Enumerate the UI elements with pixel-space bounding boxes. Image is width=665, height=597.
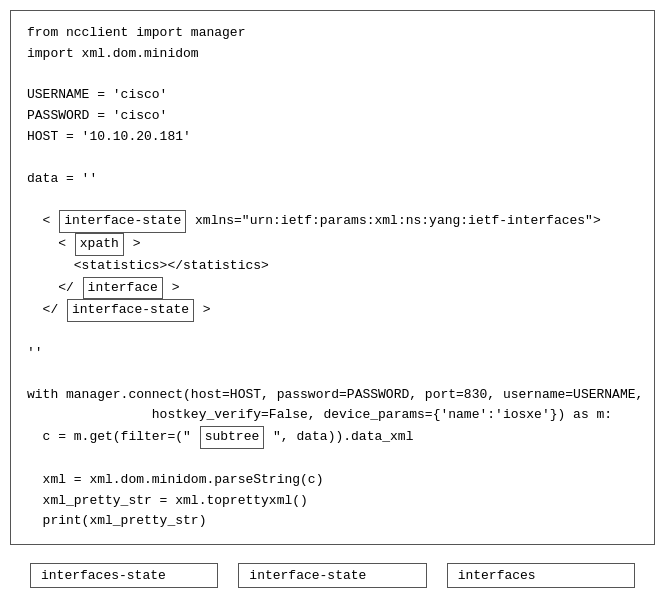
code-blank-6 [27, 449, 638, 470]
tag-grid: interfaces-state interface-state interfa… [10, 563, 655, 597]
xpath-tag: xpath [75, 233, 124, 256]
code-blank-3 [27, 189, 638, 210]
connect-line-2: hostkey_verify=False, device_params={'na… [27, 405, 638, 426]
tag-interface-state[interactable]: interface-state [238, 563, 426, 588]
mget-line: c = m.get(filter=(" subtree ", data)).da… [27, 426, 638, 449]
parse-line-2: xml_pretty_str = xml.toprettyxml() [27, 491, 638, 512]
interface-state-tag-open: interface-state [59, 210, 186, 233]
code-line-8: data = '' [27, 169, 638, 190]
connect-line-1: with manager.connect(host=HOST, password… [27, 385, 638, 406]
code-blank-5 [27, 364, 638, 385]
code-line-6: HOST = '10.10.20.181' [27, 127, 638, 148]
xml-close-interface-line: </ interface > [27, 277, 638, 300]
code-block: from ncclient import manager import xml.… [10, 10, 655, 545]
subtree-tag: subtree [200, 426, 265, 449]
xml-open-line: < interface-state xmlns="urn:ietf:params… [27, 210, 638, 233]
code-blank-4 [27, 322, 638, 343]
code-line-5: PASSWORD = 'cisco' [27, 106, 638, 127]
parse-line-1: xml = xml.dom.minidom.parseString(c) [27, 470, 638, 491]
xml-close-interface-state-line: </ interface-state > [27, 299, 638, 322]
code-line-2: import xml.dom.minidom [27, 44, 638, 65]
code-line-1: from ncclient import manager [27, 23, 638, 44]
interface-tag-close: interface [83, 277, 163, 300]
xml-statistics-line: <statistics></statistics> [27, 256, 638, 277]
code-blank-2 [27, 148, 638, 169]
end-quote: '' [27, 343, 638, 364]
tag-interfaces-state[interactable]: interfaces-state [30, 563, 218, 588]
parse-line-3: print(xml_pretty_str) [27, 511, 638, 532]
code-blank-1 [27, 65, 638, 86]
tag-interfaces[interactable]: interfaces [447, 563, 635, 588]
code-line-4: USERNAME = 'cisco' [27, 85, 638, 106]
xml-xpath-line: < xpath > [27, 233, 638, 256]
interface-state-tag-close: interface-state [67, 299, 194, 322]
